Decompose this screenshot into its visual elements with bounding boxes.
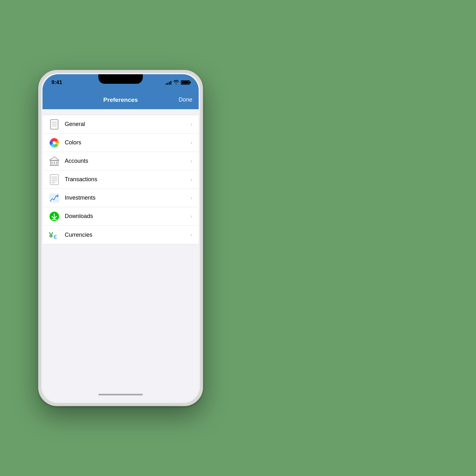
accounts-row[interactable]: Accounts ›: [43, 152, 199, 170]
svg-rect-13: [50, 175, 58, 185]
status-time: 9:41: [51, 79, 62, 86]
svg-rect-9: [54, 162, 55, 164]
svg-text:€: €: [54, 234, 57, 240]
mute-button[interactable]: [38, 121, 39, 133]
battery-fill: [182, 81, 189, 84]
general-icon: [49, 119, 60, 130]
currencies-icon: ¥ €: [49, 229, 60, 240]
status-bar: 9:41: [43, 74, 199, 91]
downloads-chevron: ›: [191, 214, 192, 219]
colors-chevron: ›: [191, 140, 192, 146]
currencies-row[interactable]: ¥ € Currencies ›: [43, 226, 199, 244]
general-chevron: ›: [191, 122, 192, 127]
colors-icon: [49, 137, 60, 148]
phone-shell: 9:41: [38, 70, 203, 406]
transactions-label: Transactions: [65, 176, 191, 183]
accounts-chevron: ›: [191, 158, 192, 164]
section-spacer: [43, 109, 199, 115]
svg-rect-8: [51, 162, 53, 164]
downloads-label: Downloads: [65, 213, 191, 220]
nav-title: Preferences: [103, 96, 138, 103]
colors-label: Colors: [65, 139, 191, 146]
home-indicator: [98, 394, 143, 395]
volume-down-button[interactable]: [38, 167, 39, 189]
svg-point-6: [53, 141, 56, 144]
preferences-list: General ›: [43, 115, 199, 244]
power-button[interactable]: [202, 143, 203, 175]
downloads-icon: [49, 211, 60, 222]
accounts-icon: [49, 156, 60, 167]
wifi-icon: [173, 80, 179, 85]
colors-row[interactable]: Colors ›: [43, 134, 199, 152]
battery-icon: [181, 80, 190, 85]
investments-row[interactable]: Investments ›: [43, 189, 199, 207]
signal-icon: [166, 81, 171, 85]
signal-bar-4: [170, 81, 171, 85]
svg-marker-11: [50, 157, 59, 160]
transactions-chevron: ›: [191, 177, 192, 182]
navigation-bar: Preferences Done: [43, 91, 199, 109]
status-icons: [166, 80, 190, 85]
currencies-chevron: ›: [191, 232, 192, 238]
currencies-label: Currencies: [65, 232, 191, 238]
volume-up-button[interactable]: [38, 140, 39, 162]
signal-bar-2: [167, 83, 168, 85]
screen: 9:41: [43, 74, 199, 402]
done-button[interactable]: Done: [179, 96, 192, 103]
svg-rect-12: [50, 165, 59, 166]
investments-chevron: ›: [191, 195, 192, 201]
content-area: General ›: [43, 109, 199, 244]
investments-label: Investments: [65, 195, 191, 201]
transactions-icon: [49, 174, 60, 185]
notch: [98, 74, 143, 84]
svg-rect-18: [49, 193, 59, 202]
general-row[interactable]: General ›: [43, 115, 199, 134]
signal-bar-1: [166, 83, 167, 85]
svg-text:¥: ¥: [49, 231, 53, 239]
investments-icon: [49, 193, 60, 203]
downloads-row[interactable]: Downloads ›: [43, 207, 199, 226]
accounts-label: Accounts: [65, 158, 191, 164]
signal-bar-3: [169, 82, 170, 85]
svg-rect-10: [56, 162, 57, 164]
general-label: General: [65, 121, 191, 128]
transactions-row[interactable]: Transactions ›: [43, 170, 199, 189]
